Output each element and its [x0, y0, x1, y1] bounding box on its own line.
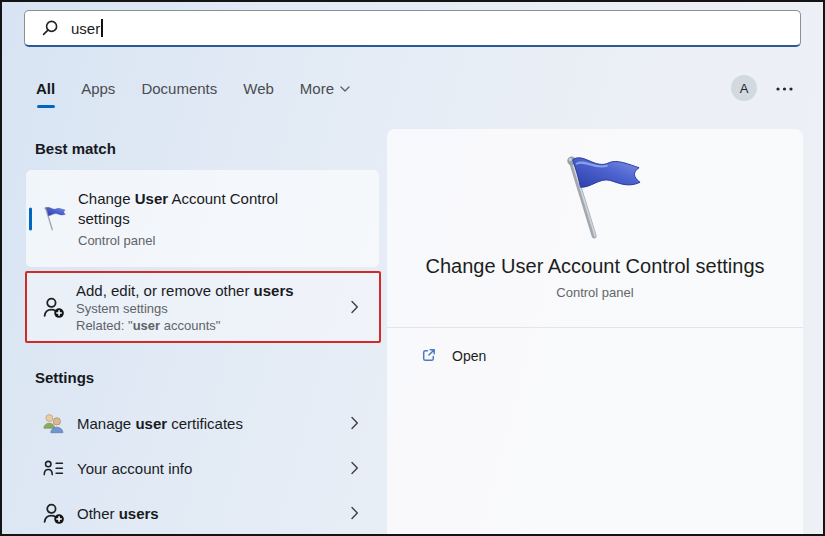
setting-other-users[interactable]: Other users — [26, 496, 379, 530]
uac-flag-icon — [541, 154, 659, 240]
preview-title: Change User Account Control settings — [387, 255, 803, 278]
best-match-result[interactable]: Change User Account Control settings Con… — [26, 170, 379, 267]
divider — [387, 327, 803, 328]
ellipsis-icon — [776, 87, 793, 91]
setting-label: Manage user certificates — [77, 415, 243, 432]
avatar[interactable]: A — [731, 75, 757, 101]
preview-panel: Change User Account Control settings Con… — [387, 129, 803, 536]
tab-all[interactable]: All — [36, 80, 55, 99]
best-match-title: Change User Account Control settings — [78, 189, 323, 229]
other-users-icon — [41, 502, 65, 525]
tab-documents-label: Documents — [141, 80, 217, 97]
tab-documents[interactable]: Documents — [141, 80, 217, 99]
setting-manage-user-certificates[interactable]: Manage user certificates — [26, 406, 379, 440]
add-edit-remove-users-result[interactable]: Add, edit, or remove other users System … — [25, 271, 381, 343]
result-subtitle: System settings — [76, 300, 294, 317]
setting-label: Your account info — [77, 460, 192, 477]
more-options-button[interactable] — [772, 83, 797, 95]
text-caret — [101, 19, 103, 37]
tab-more-label: More — [300, 80, 334, 97]
preview-subtitle: Control panel — [387, 285, 803, 300]
search-input[interactable]: user — [24, 10, 801, 47]
tab-all-label: All — [36, 80, 55, 97]
settings-heading: Settings — [35, 369, 94, 386]
certificates-users-icon — [41, 413, 65, 434]
setting-label: Other users — [77, 505, 159, 522]
chevron-right-icon — [351, 416, 359, 430]
chevron-right-icon — [351, 506, 359, 520]
uac-flag-icon — [40, 206, 68, 231]
tab-more[interactable]: More — [300, 80, 350, 99]
best-match-subtitle: Control panel — [78, 232, 323, 249]
tab-apps[interactable]: Apps — [81, 80, 115, 99]
result-text: Add, edit, or remove other users System … — [76, 281, 294, 334]
account-info-icon — [41, 460, 65, 477]
search-icon — [41, 19, 59, 37]
tab-web-label: Web — [243, 80, 274, 97]
filter-tabs: All Apps Documents Web More — [36, 80, 350, 99]
result-title: Add, edit, or remove other users — [76, 281, 294, 300]
chevron-right-icon — [351, 461, 359, 475]
open-action[interactable]: Open — [420, 347, 803, 364]
setting-your-account-info[interactable]: Your account info — [26, 451, 379, 485]
chevron-down-icon — [340, 86, 350, 92]
search-query-text: user — [71, 20, 100, 37]
result-related: Related: "user accounts" — [76, 317, 294, 334]
avatar-letter: A — [740, 81, 749, 96]
selection-accent-bar — [29, 207, 32, 230]
add-user-icon — [42, 296, 65, 319]
active-tab-underline — [37, 105, 55, 108]
chevron-right-icon — [351, 300, 359, 314]
best-match-heading: Best match — [35, 140, 116, 157]
best-match-text: Change User Account Control settings Con… — [78, 189, 323, 249]
external-link-icon — [420, 347, 437, 364]
windows-search-flyout: user All Apps Documents Web More A — [0, 0, 825, 536]
open-label: Open — [452, 348, 486, 364]
tab-web[interactable]: Web — [243, 80, 274, 99]
tab-apps-label: Apps — [81, 80, 115, 97]
